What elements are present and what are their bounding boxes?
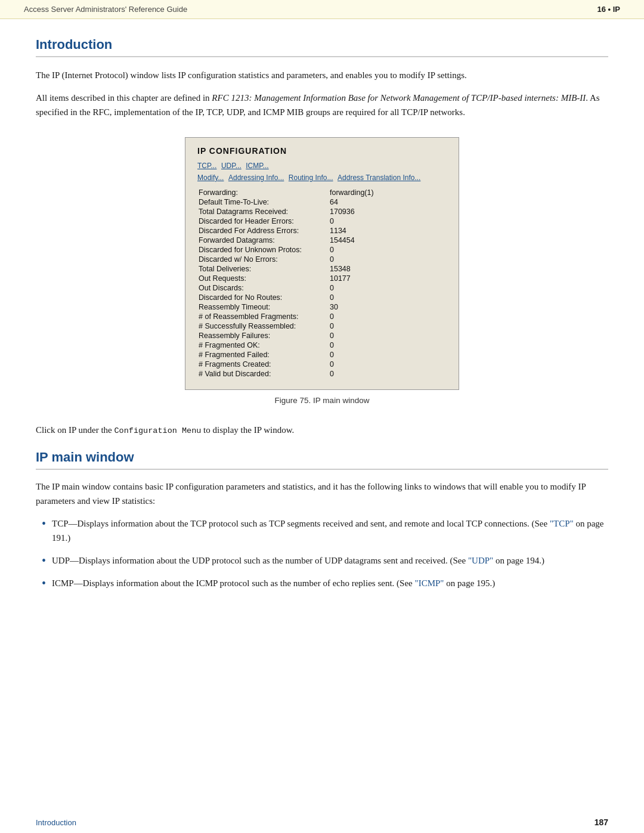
figure-container: IP CONFIGURATION TCP... UDP... ICMP... M…: [185, 137, 459, 405]
header-chapter-ref: 16 • IP: [597, 5, 620, 14]
stat-value: 0: [329, 245, 447, 255]
table-row: Discarded For Address Errors:1134: [197, 226, 447, 236]
stat-value: 0: [329, 255, 447, 264]
stat-label: Discarded for Unknown Protos:: [197, 245, 329, 255]
stat-value: 154454: [329, 236, 447, 245]
click-instruction: Click on IP under the Configuration Menu…: [36, 423, 608, 438]
stat-value: 0: [329, 340, 447, 350]
stat-label: Total Deliveries:: [197, 264, 329, 274]
icmp-ref-link[interactable]: "ICMP": [415, 578, 444, 588]
intro-para2-italic: RFC 1213: Management Information Base fo…: [212, 93, 586, 103]
table-row: Discarded for Unknown Protos:0: [197, 245, 447, 255]
stat-label: Reassembly Timeout:: [197, 302, 329, 312]
stat-value: 170936: [329, 207, 447, 216]
ip-config-title: IP CONFIGURATION: [197, 146, 447, 156]
stat-label: Forwarded Datagrams:: [197, 236, 329, 245]
main-content: Introduction The IP (Internet Protocol) …: [0, 19, 644, 634]
table-row: Total Deliveries:15348: [197, 264, 447, 274]
stat-label: Discarded For Address Errors:: [197, 226, 329, 236]
table-row: Forwarded Datagrams:154454: [197, 236, 447, 245]
table-row: Out Discards:0: [197, 283, 447, 293]
intro-para2: All items described in this chapter are …: [36, 91, 608, 119]
udp-ref-link[interactable]: "UDP": [468, 556, 493, 565]
stat-value: 0: [329, 360, 447, 369]
icmp-link[interactable]: ICMP...: [246, 162, 268, 170]
stat-label: # Valid but Discarded:: [197, 369, 329, 379]
list-item-icmp: • ICMP—Displays information about the IC…: [42, 576, 608, 590]
stat-value: 0: [329, 331, 447, 340]
stat-value: 10177: [329, 274, 447, 283]
stat-label: Total Datagrams Received:: [197, 207, 329, 216]
list-item-udp: • UDP—Displays information about the UDP…: [42, 553, 608, 568]
intro-para1: The IP (Internet Protocol) window lists …: [36, 68, 608, 82]
table-row: # Valid but Discarded:0: [197, 369, 447, 379]
stat-label: Discarded for No Routes:: [197, 293, 329, 302]
bullet-text-icmp: ICMP—Displays information about the ICMP…: [52, 576, 608, 590]
table-row: # Fragmented OK:0: [197, 340, 447, 350]
stat-label: Reassembly Failures:: [197, 331, 329, 340]
stat-label: Forwarding:: [197, 188, 329, 197]
stat-label: Out Discards:: [197, 283, 329, 293]
table-row: Default Time-To-Live:64: [197, 197, 447, 207]
stat-label: Discarded w/ No Errors:: [197, 255, 329, 264]
stat-value: 1134: [329, 226, 447, 236]
udp-link[interactable]: UDP...: [221, 162, 242, 170]
stat-value: 0: [329, 216, 447, 226]
footer-section-name: Introduction: [36, 818, 76, 827]
ip-links-row1: TCP... UDP... ICMP...: [197, 162, 447, 170]
tcp-link[interactable]: TCP...: [197, 162, 216, 170]
routing-info-link[interactable]: Routing Info...: [289, 174, 333, 182]
bullet-dot-icmp: •: [42, 576, 46, 590]
table-row: Forwarding:forwarding(1): [197, 188, 447, 197]
list-item-tcp: • TCP—Displays information about the TCP…: [42, 516, 608, 545]
bullet-text-udp: UDP—Displays information about the UDP p…: [52, 553, 608, 568]
table-row: Discarded w/ No Errors:0: [197, 255, 447, 264]
ip-links-row2: Modify... Addressing Info... Routing Inf…: [197, 174, 447, 182]
table-row: # Successfully Reassembled:0: [197, 321, 447, 331]
stat-label: Default Time-To-Live:: [197, 197, 329, 207]
stat-label: Out Requests:: [197, 274, 329, 283]
stat-label: # Fragmented Failed:: [197, 350, 329, 360]
bullet-dot-tcp: •: [42, 516, 46, 531]
header-bar: Access Server Administrators' Reference …: [0, 0, 644, 19]
introduction-heading: Introduction: [36, 37, 608, 57]
table-row: Out Requests:10177: [197, 274, 447, 283]
stat-label: # of Reassembled Fragments:: [197, 312, 329, 321]
table-row: Reassembly Failures:0: [197, 331, 447, 340]
stat-value: 0: [329, 293, 447, 302]
stat-value: forwarding(1): [329, 188, 447, 197]
footer-page-number: 187: [595, 817, 608, 827]
ip-main-para1: The IP main window contains basic IP con…: [36, 479, 608, 508]
stat-value: 30: [329, 302, 447, 312]
stat-value: 0: [329, 350, 447, 360]
table-row: Reassembly Timeout:30: [197, 302, 447, 312]
stat-label: # Successfully Reassembled:: [197, 321, 329, 331]
table-row: # Fragments Created:0: [197, 360, 447, 369]
address-translation-link[interactable]: Address Translation Info...: [338, 174, 420, 182]
stat-label: Discarded for Header Errors:: [197, 216, 329, 226]
table-row: # Fragmented Failed:0: [197, 350, 447, 360]
table-row: Total Datagrams Received:170936: [197, 207, 447, 216]
bullet-text-tcp: TCP—Displays information about the TCP p…: [52, 516, 608, 545]
table-row: Discarded for Header Errors:0: [197, 216, 447, 226]
table-row: # of Reassembled Fragments:0: [197, 312, 447, 321]
intro-para2-prefix: All items described in this chapter are …: [36, 93, 212, 103]
addressing-info-link[interactable]: Addressing Info...: [228, 174, 284, 182]
stat-value: 0: [329, 321, 447, 331]
stat-value: 64: [329, 197, 447, 207]
stat-value: 0: [329, 369, 447, 379]
bullet-dot-udp: •: [42, 553, 46, 568]
table-row: Discarded for No Routes:0: [197, 293, 447, 302]
figure-caption: Figure 75. IP main window: [275, 396, 370, 405]
bullet-list: • TCP—Displays information about the TCP…: [36, 516, 608, 590]
config-menu-ref: Configuration Menu: [114, 426, 202, 435]
stat-value: 0: [329, 312, 447, 321]
stat-label: # Fragmented OK:: [197, 340, 329, 350]
stat-label: # Fragments Created:: [197, 360, 329, 369]
tcp-ref-link[interactable]: "TCP": [550, 519, 574, 528]
stat-value: 0: [329, 283, 447, 293]
header-guide-title: Access Server Administrators' Reference …: [24, 5, 187, 14]
modify-link[interactable]: Modify...: [197, 174, 224, 182]
stat-value: 15348: [329, 264, 447, 274]
ip-config-box: IP CONFIGURATION TCP... UDP... ICMP... M…: [185, 137, 459, 390]
